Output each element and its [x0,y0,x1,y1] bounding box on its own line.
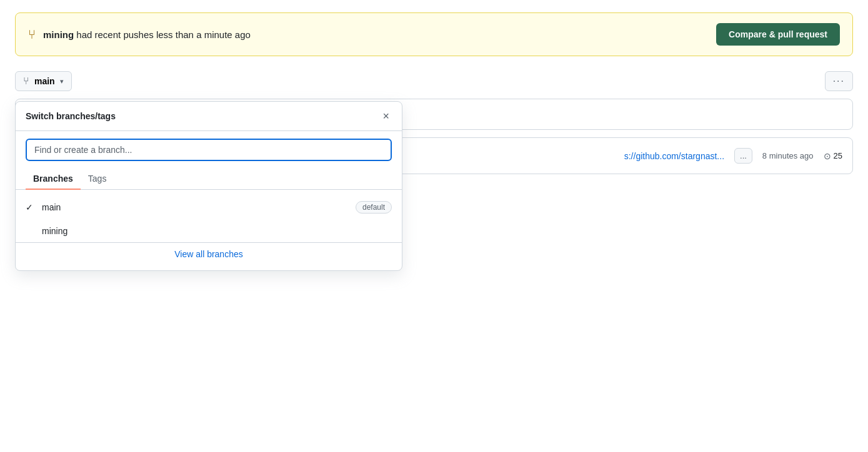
branch-dropdown: Switch branches/tags × Branches Tags ✓ [15,101,402,271]
branch-item-main[interactable]: ✓ main default [16,195,402,220]
default-badge: default [356,201,392,214]
dropdown-title: Switch branches/tags [26,111,116,121]
branch-item-main-left: ✓ main [26,202,61,212]
branch-item-mining-left: mining [42,226,67,236]
branch-icon: ⑂ [28,27,36,42]
branch-list: ✓ main default mining View all branches [16,190,402,270]
banner-text: mining had recent pushes less than a min… [43,29,251,40]
banner-branch-name: mining [43,29,74,40]
close-dropdown-button[interactable]: × [380,109,392,123]
compare-pull-request-button[interactable]: Compare & pull request [716,23,840,46]
toolbar-row: ⑂ main ▾ ··· Switch branches/tags × Bran… [15,71,853,91]
branch-item-mining[interactable]: mining [16,220,402,242]
tabs-row: Branches Tags [16,169,402,190]
commits-count: 25 [834,151,842,160]
repo-dots-button[interactable]: ... [734,148,752,164]
branch-selector-icon: ⑂ [23,76,29,87]
repo-link[interactable]: s://github.com/stargnast... [624,151,724,161]
banner-content: ⑂ mining had recent pushes less than a m… [28,27,251,42]
page-wrapper: ⑂ mining had recent pushes less than a m… [0,0,868,452]
search-wrapper [16,131,402,169]
commits-badge: ⊙ 25 [824,151,842,161]
branch-mining-name: mining [42,226,67,236]
dropdown-header: Switch branches/tags × [16,102,402,131]
branch-selector-button[interactable]: ⑂ main ▾ [15,71,72,91]
tab-tags[interactable]: Tags [81,169,114,190]
tab-branches[interactable]: Branches [26,169,81,190]
checkmark-icon: ✓ [26,202,36,212]
chevron-down-icon: ▾ [60,77,64,86]
push-banner: ⑂ mining had recent pushes less than a m… [15,12,853,56]
branch-main-name: main [42,202,61,212]
branch-search-input[interactable] [26,139,392,161]
time-ago-label: 8 minutes ago [762,151,814,160]
view-all-branches-link[interactable]: View all branches [16,242,402,265]
more-options-button[interactable]: ··· [825,71,853,91]
current-branch-label: main [34,76,55,86]
history-icon: ⊙ [824,151,831,161]
